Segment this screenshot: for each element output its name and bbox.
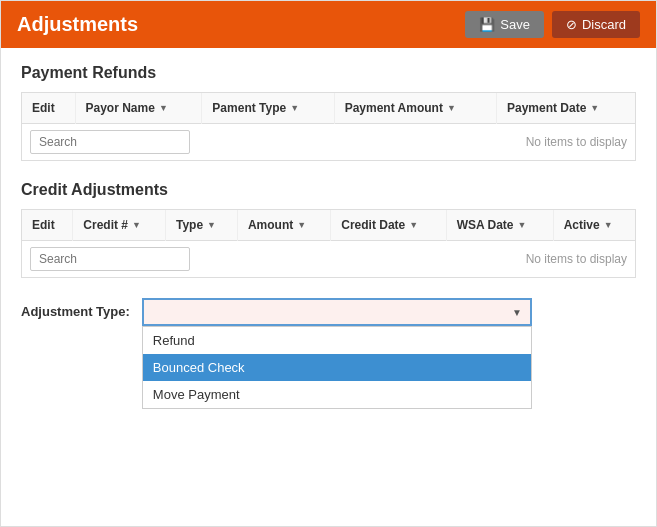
adjustment-type-section: Adjustment Type: ▼ Refund Bounced Check … [21,298,636,326]
adjustment-type-display[interactable]: ▼ [142,298,532,326]
credit-adjustments-title: Credit Adjustments [21,181,636,199]
col-credit-num[interactable]: Credit #▼ [73,210,166,241]
col-payment-amount[interactable]: Payment Amount▼ [334,93,496,124]
credit-adjustments-header-row: Edit Credit #▼ Type▼ Amount▼ Credit Date… [22,210,635,241]
col-edit-ca: Edit [22,210,73,241]
payment-refunds-table: Edit Payor Name▼ Pament Type▼ Payment Am… [21,92,636,161]
payment-refunds-header-row: Edit Payor Name▼ Pament Type▼ Payment Am… [22,93,635,124]
adjustment-type-options: Refund Bounced Check Move Payment [142,326,532,409]
sort-icon: ▼ [409,220,418,230]
header-buttons: 💾 Save ⊘ Discard [465,11,640,38]
col-amount[interactable]: Amount▼ [237,210,330,241]
col-active[interactable]: Active▼ [553,210,635,241]
credit-adjustments-table: Edit Credit #▼ Type▼ Amount▼ Credit Date… [21,209,636,278]
option-refund[interactable]: Refund [143,327,531,354]
col-edit-pr: Edit [22,93,75,124]
credit-adjustments-search-input[interactable] [30,247,190,271]
sort-icon: ▼ [207,220,216,230]
col-payment-type[interactable]: Pament Type▼ [202,93,334,124]
adjustment-type-dropdown[interactable]: ▼ Refund Bounced Check Move Payment [142,298,532,326]
col-wsa-date[interactable]: WSA Date▼ [446,210,553,241]
app-container: Adjustments 💾 Save ⊘ Discard Payment Ref… [0,0,657,527]
save-icon: 💾 [479,17,495,32]
save-button[interactable]: 💾 Save [465,11,544,38]
col-credit-date[interactable]: Credit Date▼ [331,210,446,241]
sort-icon: ▼ [518,220,527,230]
sort-icon: ▼ [132,220,141,230]
page-title: Adjustments [17,13,138,36]
payment-refunds-search-area: No items to display [22,124,635,160]
content: Payment Refunds Edit Payor Name▼ Pament … [1,48,656,352]
adjustment-type-label: Adjustment Type: [21,298,130,319]
sort-icon: ▼ [159,103,168,113]
payment-refunds-no-items: No items to display [526,135,627,149]
option-move-payment[interactable]: Move Payment [143,381,531,408]
sort-icon: ▼ [447,103,456,113]
sort-icon: ▼ [290,103,299,113]
header: Adjustments 💾 Save ⊘ Discard [1,1,656,48]
option-bounced-check[interactable]: Bounced Check [143,354,531,381]
discard-icon: ⊘ [566,17,577,32]
credit-adjustments-search-row: No items to display [22,241,635,278]
payment-refunds-title: Payment Refunds [21,64,636,82]
col-payment-date[interactable]: Payment Date▼ [496,93,635,124]
credit-adjustments-search-area: No items to display [22,241,635,277]
sort-icon: ▼ [590,103,599,113]
sort-icon: ▼ [604,220,613,230]
sort-icon: ▼ [297,220,306,230]
col-payor-name[interactable]: Payor Name▼ [75,93,202,124]
payment-refunds-search-row: No items to display [22,124,635,161]
discard-button[interactable]: ⊘ Discard [552,11,640,38]
payment-refunds-search-input[interactable] [30,130,190,154]
credit-adjustments-no-items: No items to display [526,252,627,266]
dropdown-arrow: ▼ [512,307,522,318]
col-type[interactable]: Type▼ [165,210,237,241]
